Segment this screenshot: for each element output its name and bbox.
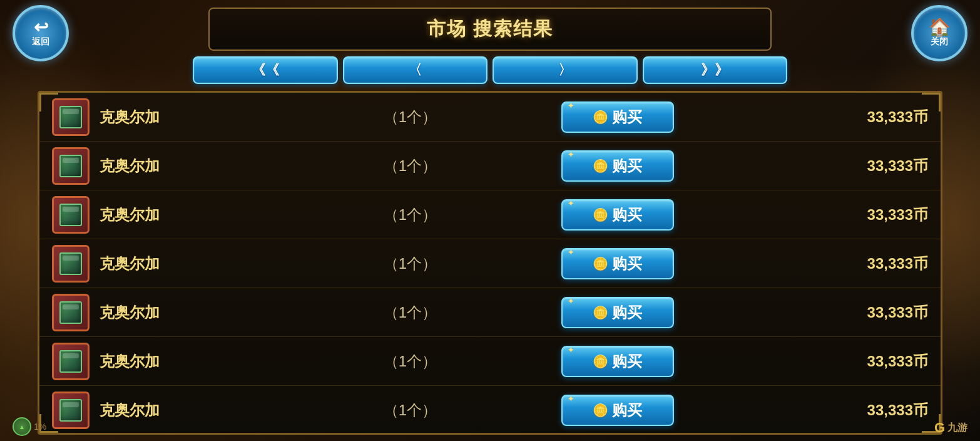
item-qty-6: （1个） xyxy=(307,400,514,420)
first-page-button[interactable]: 《《 xyxy=(193,56,338,84)
item-icon-box-0 xyxy=(59,106,82,128)
main-panel: 克奥尔加 （1个） 🪙 购买 33,333币 克奥尔加 （1个） 🪙 购买 xyxy=(38,91,942,435)
indicator-arrow: ▲ xyxy=(19,423,25,430)
buy-btn-wrap-4: 🪙 购买 xyxy=(514,297,721,328)
item-qty-0: （1个） xyxy=(307,107,514,127)
buy-btn-wrap-5: 🪙 购买 xyxy=(514,346,721,377)
coin-icon-4: 🪙 xyxy=(593,305,608,320)
item-qty-4: （1个） xyxy=(307,303,514,323)
item-icon-box-5 xyxy=(59,350,82,373)
indicator-icon: ▲ xyxy=(13,417,31,436)
page-title: 市场 搜索结果 xyxy=(427,18,553,39)
table-row: 克奥尔加 （1个） 🪙 购买 33,333币 xyxy=(39,288,941,337)
coin-icon-2: 🪙 xyxy=(593,207,608,222)
item-icon-0 xyxy=(52,98,89,136)
close-label: 关闭 xyxy=(931,36,948,48)
item-icon-inner-3 xyxy=(52,245,89,283)
logo-text: 九游 xyxy=(947,422,967,435)
table-row: 克奥尔加 （1个） 🪙 购买 33,333币 xyxy=(39,142,941,190)
item-icon-box-2 xyxy=(59,204,82,226)
buy-btn-wrap-0: 🪙 购买 xyxy=(514,101,721,133)
item-name-1: 克奥尔加 xyxy=(100,156,307,176)
buy-button-6[interactable]: 🪙 购买 xyxy=(561,395,674,426)
prev-page-button[interactable]: 〈 xyxy=(343,56,488,84)
item-qty-3: （1个） xyxy=(307,254,514,274)
buy-button-4[interactable]: 🪙 购买 xyxy=(561,297,674,328)
coin-icon-5: 🪙 xyxy=(593,354,608,369)
buy-btn-wrap-2: 🪙 购买 xyxy=(514,199,721,231)
buy-button-0[interactable]: 🪙 购买 xyxy=(561,101,674,133)
buy-btn-wrap-6: 🪙 购买 xyxy=(514,395,721,426)
item-icon-3 xyxy=(52,245,89,283)
item-price-0: 33,333币 xyxy=(721,107,928,127)
back-label: 返回 xyxy=(32,36,49,48)
item-icon-box-3 xyxy=(59,252,82,275)
item-price-1: 33,333币 xyxy=(721,156,928,176)
buy-btn-wrap-3: 🪙 购买 xyxy=(514,248,721,279)
coin-icon-6: 🪙 xyxy=(593,403,608,418)
close-button[interactable]: 🏠 关闭 xyxy=(911,5,967,61)
coin-icon-0: 🪙 xyxy=(593,110,608,125)
item-qty-5: （1个） xyxy=(307,351,514,371)
buy-label-1: 购买 xyxy=(612,156,642,176)
buy-label-6: 购买 xyxy=(612,400,642,420)
table-row: 克奥尔加 （1个） 🪙 购买 33,333币 xyxy=(39,239,941,288)
item-icon-4 xyxy=(52,294,89,331)
corner-tr xyxy=(922,93,941,112)
buy-btn-wrap-1: 🪙 购买 xyxy=(514,150,721,182)
item-icon-inner-2 xyxy=(52,196,89,234)
item-name-3: 克奥尔加 xyxy=(100,254,307,274)
coin-icon-1: 🪙 xyxy=(593,158,608,174)
item-price-4: 33,333币 xyxy=(721,303,928,323)
table-row: 克奥尔加 （1个） 🪙 购买 33,333币 xyxy=(39,386,941,435)
item-icon-box-1 xyxy=(59,155,82,177)
item-name-6: 克奥尔加 xyxy=(100,400,307,420)
item-price-3: 33,333币 xyxy=(721,254,928,274)
back-arrow-icon: ↩ xyxy=(34,19,48,36)
items-list: 克奥尔加 （1个） 🪙 购买 33,333币 克奥尔加 （1个） 🪙 购买 xyxy=(39,93,941,435)
item-icon-inner-5 xyxy=(52,343,89,380)
item-icon-box-6 xyxy=(59,399,82,422)
back-button[interactable]: ↩ 返回 xyxy=(13,5,69,61)
buy-button-5[interactable]: 🪙 购买 xyxy=(561,346,674,377)
buy-label-3: 购买 xyxy=(612,254,642,274)
item-price-6: 33,333币 xyxy=(721,400,928,420)
progress-indicator: ▲ 1% xyxy=(13,417,46,436)
coin-icon-3: 🪙 xyxy=(593,256,608,271)
home-icon: 🏠 xyxy=(929,19,951,36)
progress-percent: 1% xyxy=(34,422,46,432)
buy-label-2: 购买 xyxy=(612,205,642,225)
buy-label-0: 购买 xyxy=(612,107,642,127)
item-icon-1 xyxy=(52,147,89,185)
item-icon-inner-1 xyxy=(52,147,89,185)
item-price-5: 33,333币 xyxy=(721,351,928,371)
item-qty-2: （1个） xyxy=(307,205,514,225)
buy-button-2[interactable]: 🪙 购买 xyxy=(561,199,674,231)
title-bar: 市场 搜索结果 xyxy=(208,8,772,51)
logo-g-icon: G xyxy=(934,420,945,436)
table-row: 克奥尔加 （1个） 🪙 购买 33,333币 xyxy=(39,93,941,142)
item-name-4: 克奥尔加 xyxy=(100,303,307,323)
item-icon-5 xyxy=(52,343,89,380)
item-name-0: 克奥尔加 xyxy=(100,107,307,127)
item-icon-inner-6 xyxy=(52,392,89,429)
buy-button-1[interactable]: 🪙 购买 xyxy=(561,150,674,182)
last-page-button[interactable]: 》》 xyxy=(643,56,788,84)
item-name-2: 克奥尔加 xyxy=(100,205,307,225)
item-icon-inner-4 xyxy=(52,294,89,331)
table-row: 克奥尔加 （1个） 🪙 购买 33,333币 xyxy=(39,190,941,239)
item-qty-1: （1个） xyxy=(307,156,514,176)
item-price-2: 33,333币 xyxy=(721,205,928,225)
buy-label-5: 购买 xyxy=(612,351,642,371)
item-icon-6 xyxy=(52,392,89,429)
buy-label-4: 购买 xyxy=(612,303,642,323)
item-icon-inner-0 xyxy=(52,98,89,136)
next-page-button[interactable]: 〉 xyxy=(493,56,638,84)
table-row: 克奥尔加 （1个） 🪙 购买 33,333币 xyxy=(39,337,941,386)
buy-button-3[interactable]: 🪙 购买 xyxy=(561,248,674,279)
item-name-5: 克奥尔加 xyxy=(100,351,307,371)
logo: G 九游 xyxy=(934,420,967,436)
item-icon-box-4 xyxy=(59,301,82,324)
item-icon-2 xyxy=(52,196,89,234)
pagination-row: 《《 〈 〉 》》 xyxy=(193,56,787,84)
